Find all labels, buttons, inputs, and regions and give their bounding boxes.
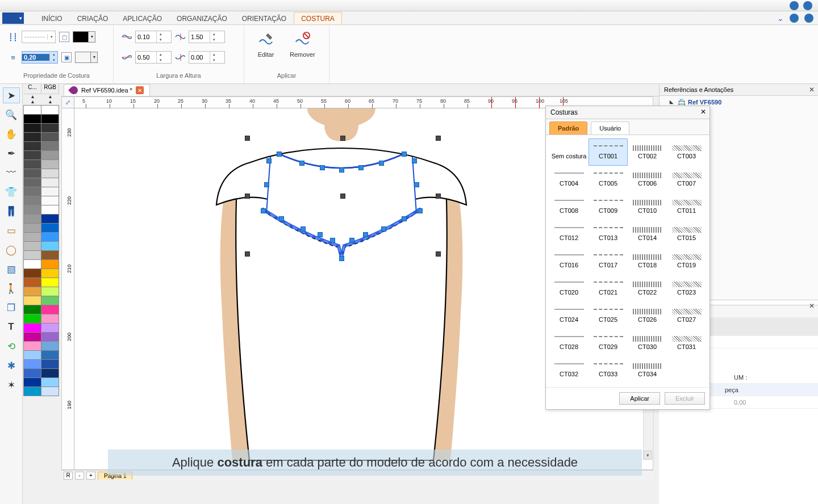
info-icon[interactable] [803,1,812,10]
node-handle[interactable] [349,238,354,243]
costura-ct010[interactable]: CT010 [628,193,667,220]
color-swatch[interactable] [41,377,59,387]
bbox-handle[interactable] [245,194,250,199]
costura-ct015[interactable]: CT015 [667,220,706,247]
color-swatch[interactable] [41,314,59,324]
color-swatch[interactable] [23,114,41,124]
menu-tab-criação[interactable]: CRIAÇÃO [70,12,116,24]
edit-stitch-button[interactable]: Editar [252,28,279,60]
node-handle[interactable] [299,161,304,166]
costura-ct020[interactable]: CT020 [549,275,589,302]
pen-tool[interactable]: ✒ [3,145,20,161]
menu-tab-orientação[interactable]: ORIENTAÇÃO [235,12,294,24]
close-tab-button[interactable]: ✕ [136,86,144,94]
color-swatch[interactable] [41,278,59,287]
color-swatch[interactable] [41,350,59,360]
bbox-handle[interactable] [245,251,250,257]
color-swatch[interactable] [41,259,59,269]
color-swatch[interactable] [23,259,41,269]
color-swatch[interactable] [23,368,41,378]
chevron-up-icon[interactable]: ▴ [31,99,34,104]
color-swatch[interactable] [41,387,59,396]
remove-stitch-button[interactable]: Remover [285,28,320,60]
color-swatch[interactable] [41,287,59,296]
rect-tool[interactable]: ▭ [3,222,20,238]
costura-ct007[interactable]: CT007 [667,166,706,193]
scroll-down-button[interactable]: ▾ [644,451,652,460]
color-swatch[interactable] [23,268,41,278]
bbox-handle[interactable] [436,251,441,257]
height-b-input[interactable]: ▴▾ [189,51,225,64]
node-handle[interactable] [412,158,417,163]
close-icon[interactable]: ✕ [809,86,815,94]
costura-ct018[interactable]: CT018 [628,247,667,275]
tab-padrao[interactable]: Padrão [549,121,587,135]
costura-ct021[interactable]: CT021 [589,275,628,302]
color-swatch[interactable] [23,359,41,369]
costura-ct019[interactable]: CT019 [667,247,706,275]
color-swatch[interactable] [41,123,59,133]
ruler-vertical[interactable]: 230220210200190 [62,108,74,469]
color-swatch[interactable] [23,350,41,360]
zoom-tool[interactable]: 🔍 [3,107,20,123]
color-swatch[interactable] [23,196,41,205]
close-icon[interactable]: ✕ [700,108,706,116]
close-icon[interactable]: ✕ [809,302,815,310]
shirt-tool[interactable]: 👕 [3,184,20,200]
node-handle[interactable] [414,182,419,187]
garment-tool[interactable]: ▧ [3,261,20,277]
color-swatch[interactable] [23,169,41,178]
bbox-handle[interactable] [340,136,345,141]
outline-color-picker[interactable]: ▾ [75,52,98,63]
color-swatch[interactable] [41,150,59,160]
costura-ct022[interactable]: CT022 [628,275,667,302]
node-handle[interactable] [402,216,407,221]
costura-ct016[interactable]: CT016 [549,247,589,275]
color-swatch[interactable] [41,341,59,351]
color-swatch[interactable] [41,250,59,260]
color-swatch[interactable] [23,241,41,251]
menu-tab-aplicação[interactable]: APLICAÇÃO [115,12,169,24]
color-swatch[interactable] [41,205,59,215]
hand-tool[interactable]: ✋ [3,126,20,142]
costura-ct031[interactable]: CT031 [667,329,706,356]
costura-ct006[interactable]: CT006 [628,166,667,193]
color-swatch[interactable] [23,377,41,387]
copy-tool[interactable]: ❐ [3,300,20,316]
color-swatch[interactable] [41,241,59,251]
color-swatch[interactable] [41,296,59,305]
node-handle[interactable] [318,232,323,237]
width-b-input[interactable]: ▴▾ [135,51,172,64]
node-handle[interactable] [381,226,386,232]
color-swatch[interactable] [41,114,59,124]
color-swatch[interactable] [23,141,41,151]
color-swatch[interactable] [23,159,41,169]
costura-ct033[interactable]: CT033 [589,356,628,384]
node-handle[interactable] [339,167,344,173]
costura-ct024[interactable]: CT024 [549,302,589,329]
pointer-tool[interactable]: ➤ [3,87,20,103]
palette-tab-rgb[interactable]: RGB [41,84,59,94]
chevron-up-icon[interactable]: ▴ [49,99,52,104]
costura-ct001[interactable]: CT001 [589,138,628,166]
help-icon[interactable] [790,14,799,23]
costura-ct027[interactable]: CT027 [667,302,706,329]
bbox-handle[interactable] [245,136,250,141]
toggle-fill-button[interactable]: ▢ [59,32,69,42]
color-swatch[interactable] [41,232,59,242]
page-r-button[interactable]: R [64,472,73,480]
spin-up[interactable]: ▴ [50,52,57,57]
toggle-outline-button[interactable]: ▣ [61,52,72,62]
ruler-origin-button[interactable]: ⤢ [62,97,74,108]
costura-ct034[interactable]: CT034 [628,356,667,384]
costura-none[interactable]: Sem costura [549,138,589,166]
costura-ct030[interactable]: CT030 [628,329,667,356]
spin-down[interactable]: ▾ [50,57,57,63]
node-handle[interactable] [279,216,284,221]
costura-ct002[interactable]: CT002 [628,138,667,166]
menu-tab-costura[interactable]: COSTURA [294,12,342,24]
color-swatch[interactable] [41,323,59,333]
bbox-handle[interactable] [436,136,441,141]
menu-tab-organização[interactable]: ORGANIZAÇÃO [169,12,235,24]
color-swatch[interactable] [41,223,59,233]
